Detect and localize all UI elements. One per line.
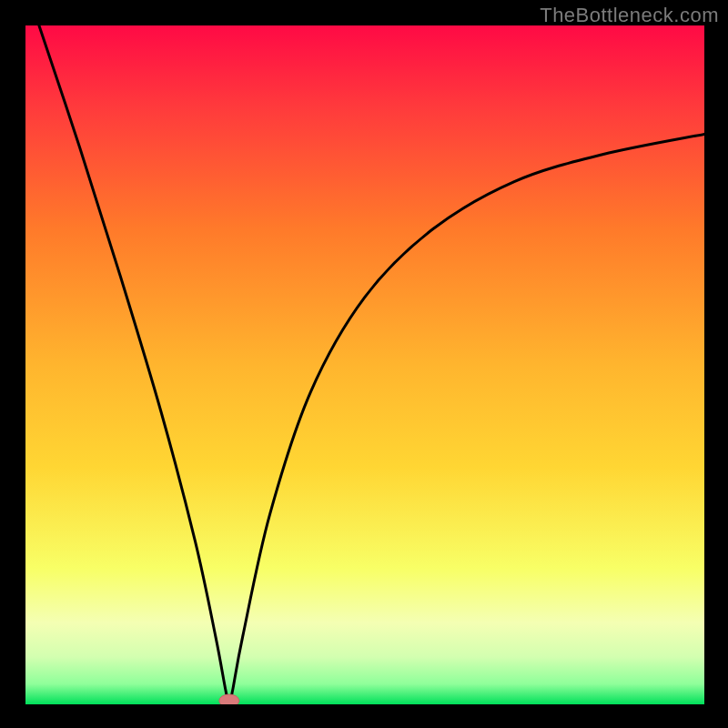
gradient-background xyxy=(25,25,704,704)
watermark-text: TheBottleneck.com xyxy=(540,4,719,27)
chart-plot-area xyxy=(25,25,704,704)
chart-svg xyxy=(25,25,704,704)
optimum-marker xyxy=(219,694,239,704)
